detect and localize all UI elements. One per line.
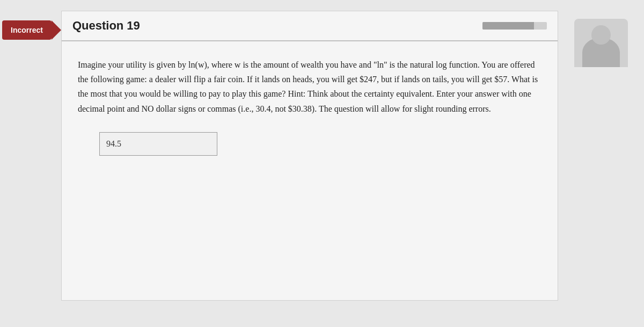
question-header: Question 19 bbox=[62, 11, 558, 41]
question-title: Question 19 bbox=[72, 19, 140, 33]
arrow-right-icon bbox=[52, 20, 61, 40]
answer-input[interactable] bbox=[99, 132, 217, 156]
question-body: Imagine your utility is given by ln(w), … bbox=[62, 41, 558, 300]
progress-bar-container bbox=[482, 22, 547, 30]
answer-section bbox=[78, 132, 541, 156]
progress-bar-fill bbox=[482, 22, 534, 30]
page-wrapper: Incorrect Question 19 Imagine your utili… bbox=[0, 0, 644, 327]
right-panel bbox=[564, 11, 639, 67]
header-right bbox=[482, 22, 547, 30]
avatar bbox=[574, 19, 628, 67]
incorrect-badge: Incorrect bbox=[2, 20, 52, 40]
question-text: Imagine your utility is given by ln(w), … bbox=[78, 57, 541, 116]
main-content: Question 19 Imagine your utility is give… bbox=[61, 11, 558, 301]
